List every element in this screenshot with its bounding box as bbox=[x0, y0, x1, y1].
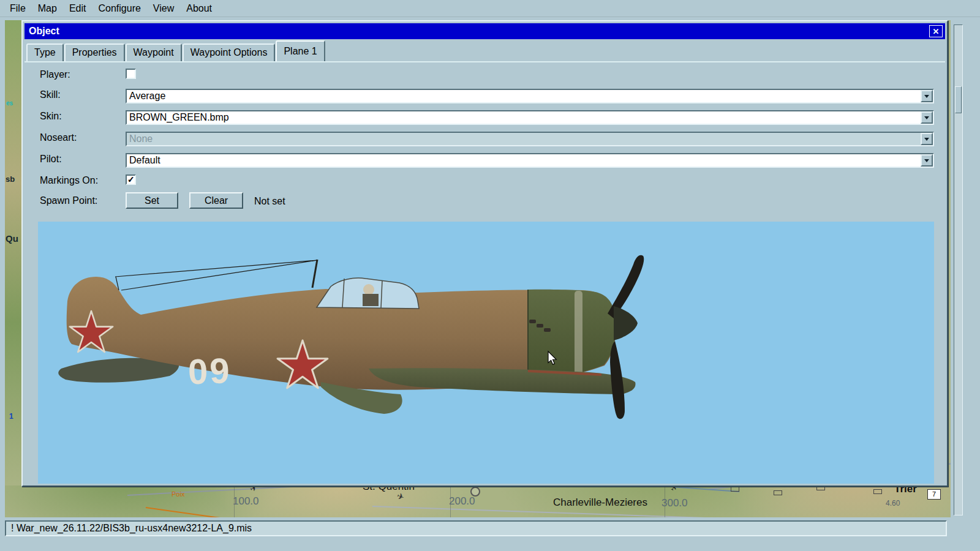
tab-type[interactable]: Type bbox=[26, 43, 64, 61]
propeller-blade-upper bbox=[608, 255, 644, 318]
noseart-dropdown-button bbox=[921, 133, 933, 145]
clear-spawn-button[interactable]: Clear bbox=[189, 192, 243, 209]
object-dialog: Object ✕ Type Properties Waypoint Waypoi… bbox=[21, 20, 948, 487]
pilot-label: Pilot: bbox=[40, 154, 62, 165]
map-label-fragment: Qu bbox=[6, 233, 18, 244]
tab-properties[interactable]: Properties bbox=[64, 43, 125, 61]
noseart-value: None bbox=[129, 133, 919, 145]
tab-waypoint-options[interactable]: Waypoint Options bbox=[183, 43, 276, 61]
pilot-head bbox=[363, 284, 374, 295]
plane-image: 09 bbox=[38, 222, 934, 484]
chevron-down-icon bbox=[924, 95, 929, 98]
set-spawn-button[interactable]: Set bbox=[126, 192, 178, 209]
chevron-down-icon bbox=[924, 159, 929, 162]
menu-item-about[interactable]: About bbox=[180, 1, 218, 16]
skin-dropdown-button[interactable] bbox=[921, 111, 933, 124]
scrollbar-thumb[interactable] bbox=[955, 86, 962, 113]
menu-item-view[interactable]: View bbox=[147, 1, 180, 16]
pilot-body bbox=[363, 294, 379, 306]
tab-bar: Type Properties Waypoint Waypoint Option… bbox=[26, 43, 326, 61]
map-bridge-icon bbox=[731, 487, 739, 492]
tab-waypoint[interactable]: Waypoint bbox=[126, 43, 182, 61]
menu-bar: File Map Edit Configure View About bbox=[0, 0, 980, 17]
map-road-orange bbox=[146, 507, 225, 517]
scrollbar-vertical[interactable] bbox=[954, 24, 963, 515]
chevron-down-icon bbox=[924, 116, 929, 119]
skin-label: Skin: bbox=[40, 111, 62, 122]
chevron-down-icon bbox=[924, 138, 929, 141]
plane-preview: 09 bbox=[38, 222, 934, 484]
menu-item-edit[interactable]: Edit bbox=[63, 1, 92, 16]
app-frame: St. Quentin Charleville-Mezieres Trier 1… bbox=[0, 17, 980, 551]
map-label-fragment: 1 bbox=[9, 412, 13, 421]
map-marker-circle[interactable] bbox=[470, 487, 480, 497]
close-button[interactable]: ✕ bbox=[929, 25, 943, 37]
plane-cowling bbox=[528, 290, 616, 382]
pilot-value: Default bbox=[129, 154, 919, 167]
spawn-point-label: Spawn Point: bbox=[40, 195, 97, 206]
plane-wing bbox=[369, 368, 636, 394]
map-bridge-icon bbox=[873, 489, 882, 494]
menu-item-configure[interactable]: Configure bbox=[92, 1, 146, 16]
skill-value: Average bbox=[129, 90, 919, 102]
menu-item-file[interactable]: File bbox=[4, 1, 32, 16]
map-scale-300: 300.0 bbox=[662, 497, 688, 509]
map-scale-100: 100.0 bbox=[233, 495, 259, 508]
antenna-mast bbox=[312, 260, 317, 288]
plane-cowl-band bbox=[575, 291, 582, 378]
antenna-wires bbox=[115, 260, 317, 290]
tab-plane-1[interactable]: Plane 1 bbox=[276, 40, 325, 61]
map-label-poix: Poix bbox=[172, 490, 184, 498]
pilot-dropdown-button[interactable] bbox=[921, 154, 933, 167]
noseart-dropdown: None bbox=[126, 132, 934, 146]
markings-label: Markings On: bbox=[40, 175, 98, 186]
map-scale-200: 200.0 bbox=[449, 495, 475, 508]
menu-item-map[interactable]: Map bbox=[32, 1, 63, 16]
spawn-status-text: Not set bbox=[254, 196, 285, 207]
skill-label: Skill: bbox=[40, 89, 61, 100]
map-value-label: 4.60 bbox=[886, 499, 900, 508]
status-bar: ! War_new_26.11.22/BIS3b_ru-usx4new3212-… bbox=[5, 520, 947, 536]
plane-spinner bbox=[614, 306, 638, 340]
map-bridge-icon bbox=[774, 490, 782, 495]
skin-value: BROWN_GREEN.bmp bbox=[129, 111, 919, 124]
map-page-indicator: 7 bbox=[927, 489, 941, 500]
plane-number: 09 bbox=[187, 350, 232, 391]
map-label-fragment: sb bbox=[6, 174, 15, 184]
check-icon: ✓ bbox=[127, 176, 135, 183]
player-label: Player: bbox=[40, 69, 70, 80]
dialog-titlebar[interactable]: Object ✕ bbox=[24, 23, 945, 39]
dialog-title: Object bbox=[29, 26, 59, 37]
player-checkbox[interactable] bbox=[126, 69, 136, 79]
map-label-fragment: es bbox=[6, 100, 13, 107]
noseart-label: Noseart: bbox=[40, 132, 77, 143]
skill-dropdown-button[interactable] bbox=[921, 90, 933, 102]
close-icon: ✕ bbox=[933, 27, 940, 36]
tab-separator bbox=[24, 61, 945, 62]
pilot-dropdown[interactable]: Default bbox=[126, 153, 934, 168]
status-text: ! War_new_26.11.22/BIS3b_ru-usx4new3212-… bbox=[11, 523, 252, 534]
markings-checkbox[interactable]: ✓ bbox=[126, 174, 136, 185]
skill-dropdown[interactable]: Average bbox=[126, 89, 934, 103]
skin-dropdown[interactable]: BROWN_GREEN.bmp bbox=[126, 110, 934, 125]
map-label-charleville: Charleville-Mezieres bbox=[553, 497, 647, 509]
